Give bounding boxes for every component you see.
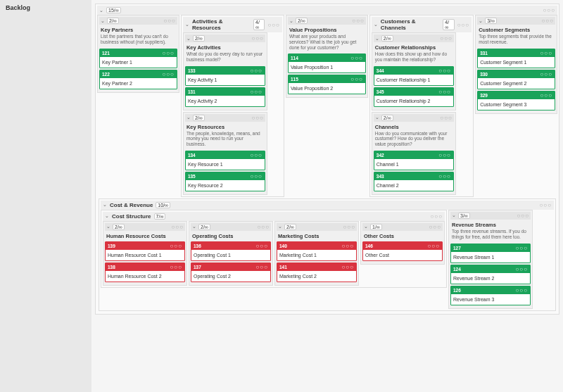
card[interactable]: 134○○○Key Resource 1 bbox=[185, 151, 265, 170]
top-header[interactable]: ⌄ 15/∞ ○○○ bbox=[97, 6, 557, 15]
card[interactable]: 343○○○Channel 2 bbox=[374, 172, 454, 191]
card[interactable]: 345○○○Customer Relationship 2 bbox=[374, 87, 454, 107]
list-operating-costs: ⌄2/∞○○○ Operating Costs 136○○○Operating … bbox=[189, 221, 273, 286]
chevron-down-icon: ⌄ bbox=[105, 213, 109, 219]
list-marketing-costs: ⌄2/∞○○○ Marketing Costs 140○○○Marketing … bbox=[274, 221, 359, 286]
chevron-down-icon: ⌄ bbox=[192, 224, 196, 229]
group-header[interactable]: ⌄Cost Structure7/∞○○○ bbox=[103, 212, 445, 221]
list-customer-segments: ⌄3/∞○○○ Customer Segments Top three segm… bbox=[475, 15, 557, 114]
group-header[interactable]: ⌄Cost & Revenue10/∞○○○ bbox=[101, 201, 554, 210]
menu-icon[interactable]: ○○○ bbox=[163, 18, 176, 24]
list-revenue-streams: ⌄3/∞○○○ Revenue Streams Top three revenu… bbox=[448, 210, 533, 309]
chevron-down-icon: ⌄ bbox=[101, 18, 105, 24]
top-count: 15/∞ bbox=[106, 7, 121, 13]
chevron-down-icon: ⌄ bbox=[375, 115, 379, 120]
list-header[interactable]: ⌄2/∞○○○ bbox=[105, 223, 185, 231]
list-customer-relationships: ⌄2/∞○○○ Customer Relationships How does … bbox=[372, 32, 456, 110]
list-value-propositions: ⌄2/∞○○○ Value Propositions What are your… bbox=[286, 15, 368, 98]
group-customers-channels: ⌄Customers & Channels4/∞○○○ ⌄2/∞○○○ Cust… bbox=[369, 15, 474, 197]
card[interactable]: 138○○○Human Resource Cost 2 bbox=[105, 263, 185, 282]
list-header[interactable]: ⌄2/∞○○○ bbox=[99, 17, 177, 25]
card[interactable]: 139○○○Human Resource Cost 1 bbox=[105, 241, 185, 261]
list-channels: ⌄2/∞○○○ Channels How do you communicate … bbox=[372, 112, 456, 195]
card[interactable]: 141○○○Marketing Cost 2 bbox=[277, 263, 357, 282]
card[interactable]: 124○○○Revenue Stream 2 bbox=[450, 265, 531, 284]
chevron-down-icon: ⌄ bbox=[186, 115, 191, 120]
card[interactable]: 331○○○Customer Segment 1 bbox=[477, 49, 555, 68]
group-cost-revenue: ⌄Cost & Revenue10/∞○○○ ⌄Cost Structure7/… bbox=[99, 198, 556, 311]
card[interactable]: 330○○○Customer Segment 2 bbox=[477, 70, 555, 89]
group-activities-resources: ⌄Activities & Resources4/∞○○○ ⌄2/∞○○○ Ke… bbox=[181, 15, 284, 197]
card[interactable]: 329○○○Customer Segment 3 bbox=[477, 91, 555, 110]
list-other-costs: ⌄1/∞○○○ Other Costs 146○○○Other Cost bbox=[360, 221, 445, 265]
list-hr-costs: ⌄2/∞○○○ Human Resource Costs 139○○○Human… bbox=[103, 221, 187, 286]
chevron-down-icon: ⌄ bbox=[364, 224, 368, 229]
card[interactable]: 121○○○Key Partner 1 bbox=[99, 49, 177, 68]
card[interactable]: 342○○○Channel 1 bbox=[374, 151, 454, 170]
list-desc: List the partners that you can't do busi… bbox=[99, 34, 177, 47]
card[interactable]: 114○○○Value Proposition 1 bbox=[288, 53, 366, 73]
list-key-partners: ⌄2/∞○○○ Key Partners List the partners t… bbox=[97, 15, 179, 93]
top-group: ⌄ 15/∞ ○○○ ⌄2/∞○○○ Key Partners List the… bbox=[95, 4, 559, 315]
chevron-down-icon: ⌄ bbox=[106, 224, 110, 229]
sidebar-title: Backlog bbox=[6, 4, 86, 11]
card[interactable]: 137○○○Operating Cost 2 bbox=[191, 263, 271, 282]
chevron-down-icon: ⌄ bbox=[278, 224, 282, 229]
chevron-down-icon: ⌄ bbox=[186, 36, 191, 42]
list-header[interactable]: ⌄1/∞○○○ bbox=[362, 223, 443, 231]
list-header[interactable]: ⌄3/∞○○○ bbox=[477, 17, 555, 25]
card[interactable]: 344○○○Customer Relationship 1 bbox=[374, 66, 454, 86]
list-header[interactable]: ⌄3/∞○○○ bbox=[450, 212, 531, 220]
list-header[interactable]: ⌄2/∞○○○ bbox=[185, 34, 265, 42]
list-header[interactable]: ⌄2/∞○○○ bbox=[288, 17, 366, 25]
card[interactable]: 115○○○Value Proposition 2 bbox=[288, 75, 366, 94]
board: ⌄ 15/∞ ○○○ ⌄2/∞○○○ Key Partners List the… bbox=[91, 0, 563, 392]
menu-icon[interactable]: ○○○ bbox=[543, 7, 556, 13]
list-header[interactable]: ⌄2/∞○○○ bbox=[374, 114, 454, 122]
chevron-down-icon: ⌄ bbox=[99, 8, 103, 13]
chevron-down-icon: ⌄ bbox=[374, 22, 378, 27]
card[interactable]: 146○○○Other Cost bbox=[362, 241, 443, 261]
group-cost-structure: ⌄Cost Structure7/∞○○○ ⌄2/∞○○○ Human Reso… bbox=[101, 210, 447, 288]
chevron-down-icon: ⌄ bbox=[452, 213, 456, 218]
card[interactable]: 122○○○Key Partner 2 bbox=[99, 70, 177, 89]
group-header[interactable]: ⌄Customers & Channels4/∞○○○ bbox=[372, 17, 472, 32]
menu-icon[interactable]: ○○○ bbox=[267, 22, 280, 28]
chevron-down-icon: ⌄ bbox=[289, 18, 293, 24]
list-title: Key Partners bbox=[99, 25, 177, 34]
card[interactable]: 126○○○Revenue Stream 3 bbox=[450, 286, 531, 305]
sidebar: Backlog bbox=[0, 0, 91, 392]
card[interactable]: 136○○○Operating Cost 1 bbox=[191, 241, 271, 261]
list-header[interactable]: ⌄2/∞○○○ bbox=[191, 223, 271, 231]
list-header[interactable]: ⌄2/∞○○○ bbox=[185, 114, 265, 122]
chevron-down-icon: ⌄ bbox=[375, 36, 379, 42]
list-header[interactable]: ⌄2/∞○○○ bbox=[374, 34, 454, 42]
chevron-down-icon: ⌄ bbox=[479, 18, 483, 24]
card[interactable]: 127○○○Revenue Stream 1 bbox=[450, 244, 531, 263]
card[interactable]: 140○○○Marketing Cost 1 bbox=[277, 241, 357, 261]
card[interactable]: 135○○○Key Resource 2 bbox=[185, 172, 265, 191]
list-key-resources: ⌄2/∞○○○ Key Resources The people, knowle… bbox=[183, 112, 267, 195]
chevron-down-icon: ⌄ bbox=[185, 22, 189, 27]
card[interactable]: 131○○○Key Activity 2 bbox=[185, 87, 265, 107]
group-header[interactable]: ⌄Activities & Resources4/∞○○○ bbox=[183, 17, 282, 32]
list-header[interactable]: ⌄2/∞○○○ bbox=[277, 223, 357, 231]
chevron-down-icon: ⌄ bbox=[103, 202, 107, 208]
card[interactable]: 133○○○Key Activity 1 bbox=[185, 66, 265, 86]
list-key-activities: ⌄2/∞○○○ Key Activities What do you do ev… bbox=[183, 32, 267, 110]
